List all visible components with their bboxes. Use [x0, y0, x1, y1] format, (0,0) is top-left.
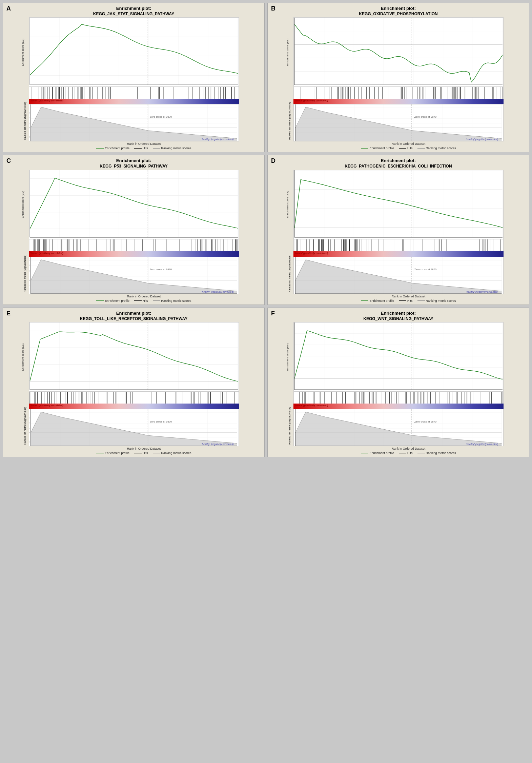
y-axis-label-bottom-D: Ranked list metric (Signal2Noise) [288, 258, 291, 292]
panel-F: F Enrichment plot: KEGG_WNT_SIGNALING_PA… [267, 308, 529, 457]
svg-text:'healthy' (negatively correlat: 'healthy' (negatively correlated) [466, 138, 498, 141]
svg-text:2: 2 [293, 422, 294, 425]
tumor-label-F: 'tumor' (positively correlated) [295, 404, 328, 407]
hits-bar-F [293, 392, 504, 404]
x-axis-label-D: Rank in Ordered Dataset [293, 295, 524, 298]
svg-text:4: 4 [293, 106, 294, 109]
svg-text:-2: -2 [29, 288, 29, 291]
svg-text:3: 3 [29, 264, 29, 267]
plot-title-B: Enrichment plot: KEGG_OXIDATIVE_PHOSPHOR… [270, 6, 527, 17]
svg-text:0: 0 [29, 279, 29, 281]
svg-text:3: 3 [29, 112, 29, 114]
x-axis-label-B: Rank in Ordered Dataset [293, 142, 524, 145]
svg-text:2: 2 [293, 270, 294, 272]
svg-text:2: 2 [29, 117, 29, 120]
legend-C: Enrichment profile Hits Ranking metric s… [29, 299, 259, 302]
svg-text:2: 2 [29, 270, 29, 272]
svg-text:-1: -1 [293, 132, 294, 134]
ranked-chart-E: Ranked list metric (Signal2Noise) 4 3 2 … [29, 409, 259, 446]
panel-label-E: E [6, 310, 11, 317]
svg-text:0: 0 [293, 279, 294, 281]
y-axis-label-bottom-E: Ranked list metric (Signal2Noise) [23, 411, 26, 445]
main-grid: A Enrichment plot: KEGG_JAK_STAT_SIGNALI… [0, 0, 532, 460]
hits-bar-E [29, 392, 239, 404]
svg-text:-1: -1 [29, 436, 29, 439]
svg-text:0: 0 [29, 126, 29, 129]
enrichment-chart-B: Enrichment score (ES) -0.2 -0.1 0.0 0.1 … [293, 17, 524, 87]
svg-text:Zero cross at 9870: Zero cross at 9870 [150, 268, 172, 271]
gradient-bar-B: 'tumor' (positively correlated) [293, 99, 504, 104]
svg-text:Zero cross at 9870: Zero cross at 9870 [414, 268, 437, 271]
x-axis-label-F: Rank in Ordered Dataset [293, 447, 524, 450]
svg-text:-2: -2 [29, 441, 29, 443]
ranked-chart-C: Ranked list metric (Signal2Noise) 4 3 2 … [29, 257, 259, 294]
chart-container-E: Enrichment score (ES) 0.0 0.2 0.4 0.6 0 … [29, 322, 259, 455]
svg-text:0: 0 [293, 431, 294, 434]
svg-text:-2: -2 [293, 136, 294, 138]
tumor-label-C: 'tumor' (positively correlated) [30, 252, 63, 254]
enrichment-chart-E: Enrichment score (ES) 0.0 0.2 0.4 0.6 0 … [29, 322, 259, 392]
svg-text:'healthy' (negatively correlat: 'healthy' (negatively correlated) [466, 443, 498, 446]
x-axis-label-E: Rank in Ordered Dataset [29, 447, 259, 450]
ranked-chart-A: Ranked list metric (Signal2Noise) 4 3 2 … [29, 104, 259, 141]
panel-label-B: B [271, 5, 275, 12]
svg-text:3: 3 [293, 264, 294, 267]
panel-label-F: F [271, 310, 275, 317]
chart-container-F: Enrichment score (ES) -0.1 0.0 0.1 0.2 0… [293, 322, 524, 455]
svg-text:3: 3 [293, 417, 294, 419]
hits-bar-D [293, 239, 504, 251]
legend-B: Enrichment profile Hits Ranking metric s… [293, 146, 524, 150]
panel-D: D Enrichment plot: KEGG_PATHOGENIC_ESCHE… [267, 155, 529, 305]
enrichment-chart-C: Enrichment score (ES) 0.0 0.2 0.4 0.6 0 … [29, 170, 259, 239]
svg-text:0: 0 [29, 431, 29, 434]
gradient-bar-C: 'tumor' (positively correlated) [29, 251, 239, 257]
y-axis-label-bottom-C: Ranked list metric (Signal2Noise) [23, 258, 26, 292]
gradient-bar-D: 'tumor' (positively correlated) [293, 251, 504, 257]
ranked-chart-D: Ranked list metric (Signal2Noise) 4 3 2 … [293, 257, 524, 294]
svg-text:1: 1 [293, 122, 294, 124]
tumor-label-D: 'tumor' (positively correlated) [295, 252, 328, 254]
svg-text:-1: -1 [29, 132, 29, 134]
svg-text:2: 2 [293, 117, 294, 120]
plot-title-F: Enrichment plot: KEGG_WNT_SIGNALING_PATH… [270, 311, 527, 321]
y-axis-label-top-B: Enrichment score (ES) [286, 39, 289, 66]
svg-text:'healthy' (negatively correlat: 'healthy' (negatively correlated) [202, 138, 234, 141]
svg-text:Zero cross at 9870: Zero cross at 9870 [414, 420, 437, 424]
gradient-bar-A: 'tumor' (positively correlated) [29, 99, 239, 104]
enrichment-chart-F: Enrichment score (ES) -0.1 0.0 0.1 0.2 0… [293, 322, 524, 392]
y-axis-label-top-C: Enrichment score (ES) [21, 191, 24, 218]
svg-text:'healthy' (negatively correlat: 'healthy' (negatively correlated) [202, 291, 234, 293]
legend-A: Enrichment profile Hits Ranking metric s… [29, 146, 259, 150]
y-axis-label-top-D: Enrichment score (ES) [286, 191, 289, 218]
panel-C: C Enrichment plot: KEGG_P53_SIGNALING_PA… [3, 155, 265, 305]
svg-text:'healthy' (negatively correlat: 'healthy' (negatively correlated) [202, 443, 234, 446]
svg-text:3: 3 [29, 417, 29, 419]
svg-text:4: 4 [29, 411, 29, 414]
svg-text:1: 1 [293, 274, 294, 277]
svg-text:4: 4 [293, 411, 294, 414]
y-axis-label-top-F: Enrichment score (ES) [286, 344, 289, 371]
panel-A: A Enrichment plot: KEGG_JAK_STAT_SIGNALI… [3, 3, 265, 152]
panel-B: B Enrichment plot: KEGG_OXIDATIVE_PHOSPH… [267, 3, 529, 152]
ranked-chart-F: Ranked list metric (Signal2Noise) 4 3 2 … [293, 409, 524, 446]
gradient-bar-F: 'tumor' (positively correlated) [293, 404, 504, 409]
enrichment-chart-A: Enrichment score (ES) 0.0 0.2 0.4 0.6 0 … [29, 17, 259, 87]
svg-text:1: 1 [293, 427, 294, 429]
y-axis-label-top-A: Enrichment score (ES) [21, 39, 24, 66]
svg-text:1: 1 [29, 122, 29, 124]
svg-text:Zero cross at 9870: Zero cross at 9870 [150, 420, 172, 424]
legend-F: Enrichment profile Hits Ranking metric s… [293, 451, 524, 455]
svg-text:-2: -2 [293, 288, 294, 291]
plot-title-A: Enrichment plot: KEGG_JAK_STAT_SIGNALING… [5, 6, 262, 17]
plot-title-C: Enrichment plot: KEGG_P53_SIGNALING_PATH… [5, 158, 262, 169]
svg-text:-1: -1 [293, 284, 294, 286]
panel-label-C: C [6, 157, 11, 164]
enrichment-chart-D: Enrichment score (ES) 0.0 0.2 0.4 0.6 0 … [293, 170, 524, 239]
svg-text:-2: -2 [293, 441, 294, 443]
tumor-label-B: 'tumor' (positively correlated) [295, 99, 328, 102]
y-axis-label-bottom-F: Ranked list metric (Signal2Noise) [288, 411, 291, 445]
svg-text:4: 4 [29, 259, 29, 261]
chart-container-D: Enrichment score (ES) 0.0 0.2 0.4 0.6 0 … [293, 170, 524, 302]
x-axis-label-A: Rank in Ordered Dataset [29, 142, 259, 145]
chart-container-A: Enrichment score (ES) 0.0 0.2 0.4 0.6 0 … [29, 17, 259, 150]
